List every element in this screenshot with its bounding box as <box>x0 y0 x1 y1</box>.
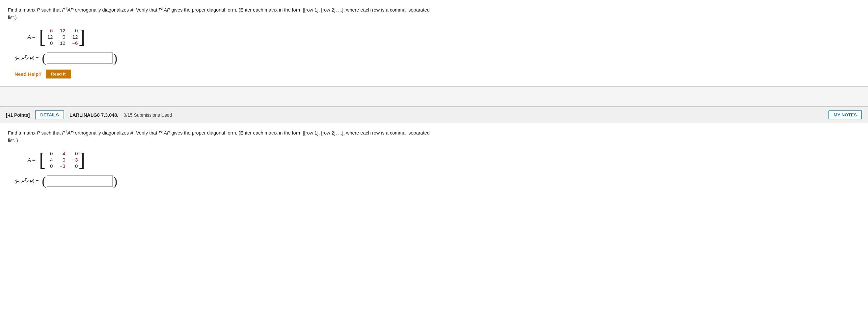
section-gap <box>0 87 868 107</box>
matrix-row-1-3: 0 12 −6 <box>46 40 78 46</box>
my-notes-button[interactable]: MY NOTES <box>829 110 862 119</box>
cell-3-1: 0 <box>46 40 53 46</box>
matrix-label-2: A = <box>28 157 35 163</box>
cell2-2-3: −3 <box>71 157 78 163</box>
cell2-3-2: −3 <box>59 163 65 169</box>
cell-1-2: 12 <box>59 28 65 33</box>
answer-input-1[interactable] <box>47 52 113 64</box>
matrix-row-2-2: 4 0 −3 <box>46 157 78 163</box>
matrix-rows-1: 6 12 0 12 0 12 0 12 −6 <box>46 28 78 46</box>
need-help-text-1: Need Help? <box>14 71 42 77</box>
problem-text-2: Find a matrix P such that PTAP orthogona… <box>8 129 436 144</box>
cell2-1-1: 0 <box>46 151 53 156</box>
bracket-left-1: [ <box>39 27 45 47</box>
cell-1-1: 6 <box>46 28 53 33</box>
paren-open-2: ( <box>42 175 46 187</box>
matrix-rows-2: 0 4 0 4 0 −3 0 −3 0 <box>46 151 78 169</box>
bracket-right-2: ] <box>79 150 85 169</box>
cell-2-3: 12 <box>71 34 78 39</box>
cell-2-1: 12 <box>46 34 53 39</box>
read-it-button-1[interactable]: Read It <box>46 69 71 79</box>
input-label-2: (P, PTAP) = <box>14 178 38 184</box>
need-help-row-1: Need Help? Read It <box>14 69 860 79</box>
problem-text-1: Find a matrix P such that PTAP orthogona… <box>8 6 436 22</box>
matrix-row-1-1: 6 12 0 <box>46 28 78 33</box>
matrix-row-1-2: 12 0 12 <box>46 34 78 39</box>
points-label: [-/1 Points] <box>6 112 30 118</box>
matrix-block-2: A = [ 0 4 0 4 0 −3 0 −3 0 <box>28 150 860 169</box>
submissions-text: 0/15 Submissions Used <box>123 112 172 118</box>
matrix-label-1: A = <box>28 34 35 39</box>
bracket-left-2: [ <box>39 150 45 169</box>
paren-close-2: ) <box>113 175 118 187</box>
matrix-row-2-1: 0 4 0 <box>46 151 78 156</box>
answer-input-2[interactable] <box>47 175 113 187</box>
details-button[interactable]: DETAILS <box>35 110 64 119</box>
cell-3-2: 12 <box>59 40 65 46</box>
cell2-1-2: 4 <box>59 151 65 156</box>
matrix-row-2-3: 0 −3 0 <box>46 163 78 169</box>
cell2-3-3: 0 <box>71 163 78 169</box>
cell-3-3: −6 <box>71 40 78 46</box>
bracket-right-1: ] <box>79 27 85 47</box>
matrix-block-1: A = [ 6 12 0 12 0 12 0 12 −6 <box>28 27 860 47</box>
cell-1-3: 0 <box>71 28 78 33</box>
cell2-2-2: 0 <box>59 157 65 163</box>
cell-2-2: 0 <box>59 34 65 39</box>
paren-open-1: ( <box>42 52 46 64</box>
section-1: Find a matrix P such that PTAP orthogona… <box>0 0 868 87</box>
points-bar: [-/1 Points] DETAILS LARLINALG8 7.3.048.… <box>0 107 868 123</box>
section-2: Find a matrix P such that PTAP orthogona… <box>0 123 868 200</box>
input-row-2: (P, PTAP) = ( ) <box>14 175 860 187</box>
cell2-3-1: 0 <box>46 163 53 169</box>
cell2-2-1: 4 <box>46 157 53 163</box>
cell2-1-3: 0 <box>71 151 78 156</box>
matrix-bracket-2: [ 0 4 0 4 0 −3 0 −3 0 ] <box>38 150 86 169</box>
problem-id: LARLINALG8 7.3.048. <box>69 112 118 118</box>
input-row-1: (P, PTAP) = ( ) <box>14 52 860 64</box>
matrix-bracket-1: [ 6 12 0 12 0 12 0 12 −6 ] <box>38 27 86 47</box>
input-label-1: (P, PTAP) = <box>14 55 38 61</box>
paren-close-1: ) <box>113 52 118 64</box>
